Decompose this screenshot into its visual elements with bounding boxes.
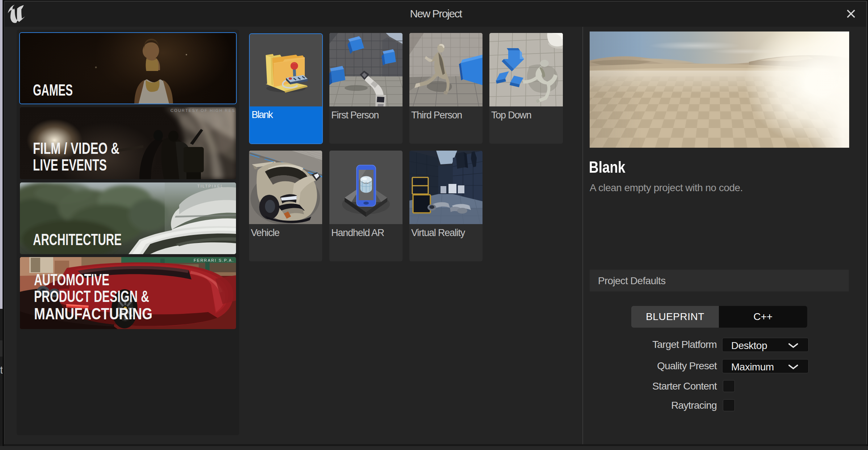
svg-text:MANUFACTURING: MANUFACTURING xyxy=(34,305,152,323)
svg-text:LIVE EVENTS: LIVE EVENTS xyxy=(33,156,107,174)
svg-text:GAMES: GAMES xyxy=(33,81,73,99)
svg-text:AUTOMOTIVE: AUTOMOTIVE xyxy=(34,271,109,289)
svg-text:FILM / VIDEO &: FILM / VIDEO & xyxy=(33,139,119,157)
svg-text:PRODUCT DESIGN &: PRODUCT DESIGN & xyxy=(34,287,149,305)
svg-text:ARCHITECTURE: ARCHITECTURE xyxy=(33,231,122,248)
